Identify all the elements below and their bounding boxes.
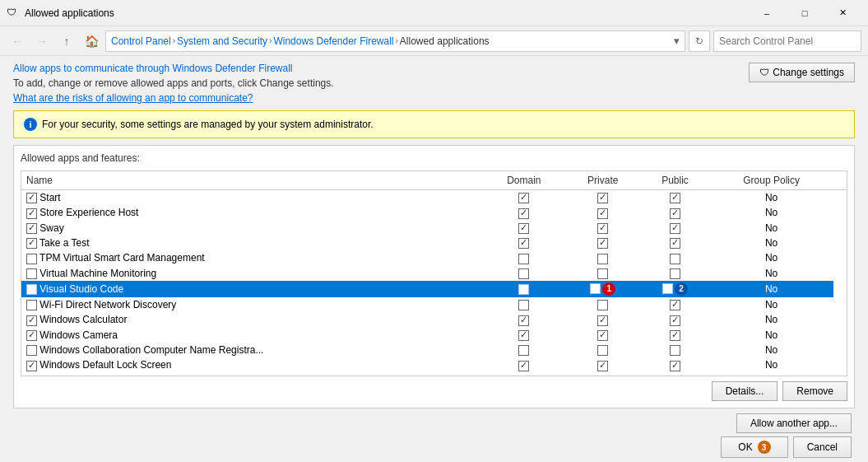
- table-row[interactable]: Windows CalculatorNo: [21, 312, 847, 327]
- row-name: Windows Calculator: [21, 312, 483, 327]
- table-row[interactable]: Store Experience HostNo: [21, 205, 847, 220]
- row-private[interactable]: [565, 250, 641, 265]
- maximize-button[interactable]: □: [786, 0, 824, 26]
- row-public[interactable]: [641, 328, 709, 343]
- row-public[interactable]: [641, 357, 709, 372]
- close-button[interactable]: ✕: [824, 0, 861, 26]
- row-public[interactable]: [641, 221, 709, 236]
- row-domain[interactable]: [483, 250, 565, 265]
- intro-desc: To add, change or remove allowed apps an…: [13, 77, 855, 89]
- row-domain[interactable]: [483, 221, 565, 236]
- minimize-button[interactable]: –: [748, 0, 786, 26]
- window-controls: – □ ✕: [748, 0, 861, 26]
- row-public[interactable]: [641, 312, 709, 327]
- apps-table: Name Domain Private Public Group Policy …: [21, 171, 847, 373]
- table-row[interactable]: StartNo: [21, 190, 847, 206]
- breadcrumb-control-panel[interactable]: Control Panel: [111, 35, 171, 47]
- row-private[interactable]: [565, 266, 641, 281]
- table-row[interactable]: Wi-Fi Direct Network DiscoveryNo: [21, 297, 847, 312]
- remove-button[interactable]: Remove: [782, 381, 847, 401]
- ok-cancel-row: OK 3 Cancel: [13, 436, 855, 458]
- breadcrumb-system-security[interactable]: System and Security: [177, 35, 267, 47]
- row-private[interactable]: 1: [565, 281, 641, 297]
- title-bar: 🛡 Allowed applications – □ ✕: [0, 0, 868, 26]
- table-row[interactable]: Windows Collaboration Computer Name Regi…: [21, 343, 847, 357]
- panel-title: Allowed apps and features:: [21, 152, 847, 164]
- table-container[interactable]: Name Domain Private Public Group Policy …: [21, 170, 847, 376]
- row-domain[interactable]: [483, 357, 565, 372]
- row-private[interactable]: [565, 221, 641, 236]
- ok-button[interactable]: OK 3: [721, 436, 787, 458]
- allow-another-button[interactable]: Allow another app...: [736, 413, 852, 433]
- table-row[interactable]: TPM Virtual Smart Card ManagementNo: [21, 250, 847, 265]
- row-name: TPM Virtual Smart Card Management: [21, 250, 483, 265]
- intro-text: Allow apps to communicate through Window…: [13, 63, 855, 74]
- details-button[interactable]: Details...: [712, 381, 778, 401]
- row-name: Wi-Fi Direct Network Discovery: [21, 297, 483, 312]
- row-public[interactable]: [641, 236, 709, 250]
- row-private[interactable]: [565, 297, 641, 312]
- row-domain[interactable]: [483, 266, 565, 281]
- change-link[interactable]: What are the risks of allowing an app to…: [13, 92, 253, 104]
- refresh-button[interactable]: ↻: [689, 30, 710, 52]
- change-settings-button[interactable]: 🛡 Change settings: [749, 63, 855, 82]
- up-button[interactable]: ↑: [56, 30, 77, 52]
- apps-panel: Allowed apps and features: Name Domain P…: [13, 145, 855, 408]
- search-input[interactable]: [713, 30, 861, 52]
- row-grouppolicy: No: [709, 205, 833, 220]
- row-private[interactable]: [565, 190, 641, 206]
- breadcrumb-firewall[interactable]: Windows Defender Firewall: [273, 35, 393, 47]
- forward-button[interactable]: →: [31, 30, 53, 52]
- badge-1: 1: [602, 282, 615, 296]
- row-grouppolicy: No: [709, 297, 833, 312]
- row-private[interactable]: [565, 205, 641, 220]
- info-banner: i For your security, some settings are m…: [13, 110, 855, 138]
- row-public[interactable]: [641, 205, 709, 220]
- table-row[interactable]: Visual Studio Code12No: [21, 281, 847, 297]
- row-public[interactable]: 2: [641, 281, 709, 297]
- breadcrumb-dropdown[interactable]: ▾: [674, 35, 680, 47]
- row-private[interactable]: [565, 236, 641, 250]
- row-name: Windows Camera: [21, 328, 483, 343]
- row-domain[interactable]: [483, 281, 565, 297]
- row-grouppolicy: No: [709, 236, 833, 250]
- col-private: Private: [565, 171, 641, 190]
- row-public[interactable]: [641, 297, 709, 312]
- row-public[interactable]: [641, 266, 709, 281]
- row-domain[interactable]: [483, 297, 565, 312]
- row-domain[interactable]: [483, 312, 565, 327]
- row-domain[interactable]: [483, 236, 565, 250]
- row-name: Start: [21, 190, 483, 206]
- table-row[interactable]: Virtual Machine MonitoringNo: [21, 266, 847, 281]
- table-row[interactable]: Windows CameraNo: [21, 328, 847, 343]
- row-private[interactable]: [565, 328, 641, 343]
- row-grouppolicy: No: [709, 281, 833, 297]
- row-domain[interactable]: [483, 205, 565, 220]
- row-public[interactable]: [641, 190, 709, 206]
- row-name: Windows Collaboration Computer Name Regi…: [21, 343, 483, 357]
- row-grouppolicy: No: [709, 312, 833, 327]
- action-row: Details... Remove: [21, 381, 847, 401]
- row-grouppolicy: No: [709, 190, 833, 206]
- breadcrumb-current: Allowed applications: [400, 35, 490, 47]
- row-public[interactable]: [641, 343, 709, 357]
- row-private[interactable]: [565, 357, 641, 372]
- row-domain[interactable]: [483, 190, 565, 206]
- row-grouppolicy: No: [709, 357, 833, 372]
- row-name: Take a Test: [21, 236, 483, 250]
- table-row[interactable]: Take a TestNo: [21, 236, 847, 250]
- col-public: Public: [641, 171, 709, 190]
- row-private[interactable]: [565, 312, 641, 327]
- cancel-button[interactable]: Cancel: [793, 436, 852, 458]
- row-domain[interactable]: [483, 343, 565, 357]
- table-row[interactable]: Windows Default Lock ScreenNo: [21, 357, 847, 372]
- row-private[interactable]: [565, 343, 641, 357]
- row-name: Sway: [21, 221, 483, 236]
- bottom-row: Allow another app...: [13, 413, 855, 433]
- row-grouppolicy: No: [709, 221, 833, 236]
- back-button[interactable]: ←: [7, 30, 28, 52]
- info-icon: i: [24, 118, 37, 131]
- table-row[interactable]: SwayNo: [21, 221, 847, 236]
- row-public[interactable]: [641, 250, 709, 265]
- row-domain[interactable]: [483, 328, 565, 343]
